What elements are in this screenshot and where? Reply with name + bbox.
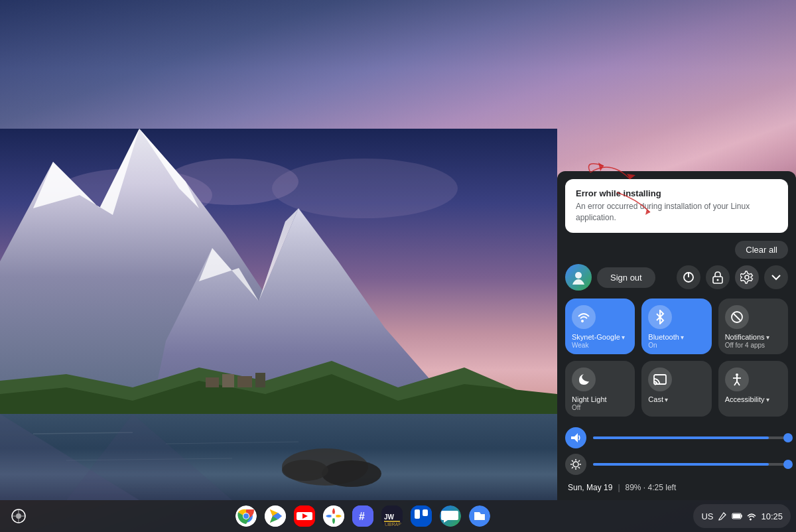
night-light-tile-label: Night Light <box>572 395 607 403</box>
svg-point-54 <box>575 272 582 279</box>
sign-out-button[interactable]: Sign out <box>597 267 655 288</box>
trello-icon <box>411 505 432 527</box>
brightness-slider[interactable] <box>593 463 788 466</box>
taskbar-app-messages[interactable] <box>437 503 464 529</box>
svg-rect-47 <box>415 509 420 519</box>
svg-line-68 <box>737 381 740 385</box>
lock-icon <box>712 271 724 284</box>
taskbar-app-chrome[interactable] <box>233 503 259 529</box>
night-light-tile-sublabel: Off <box>572 404 580 411</box>
taskbar-app-discord[interactable]: # <box>350 503 376 529</box>
wifi-icon <box>576 310 591 324</box>
launcher-icon <box>11 508 27 524</box>
svg-rect-53 <box>733 514 740 518</box>
svg-point-59 <box>745 275 749 279</box>
svg-rect-17 <box>206 377 219 387</box>
cast-tile[interactable]: Cast ▾ <box>641 361 711 417</box>
night-light-tile[interactable]: Night Light Off <box>565 361 635 417</box>
wifi-tray-icon <box>746 511 757 521</box>
bluetooth-tile-label: Bluetooth ▾ <box>648 333 683 341</box>
taskbar-app-trello[interactable] <box>408 503 434 529</box>
svg-point-16 <box>282 460 328 481</box>
cast-tile-label: Cast ▾ <box>648 395 668 403</box>
keyboard-layout: US <box>701 511 713 521</box>
lock-button[interactable] <box>706 265 730 289</box>
svg-text:LIBRARY: LIBRARY <box>385 522 403 527</box>
svg-text:#: # <box>359 511 365 522</box>
launcher-button[interactable] <box>5 503 32 529</box>
svg-line-75 <box>572 460 573 462</box>
svg-marker-69 <box>571 433 578 442</box>
accessibility-icon <box>730 372 744 387</box>
power-icon <box>682 271 695 284</box>
chrome-icon <box>235 505 257 527</box>
notification-card[interactable]: Error while installing An error occurred… <box>565 179 788 233</box>
svg-point-58 <box>717 279 719 281</box>
panel-date: Sun, May 19 <box>568 483 612 492</box>
bluetooth-tile-icon <box>648 305 672 329</box>
notifications-tile-label: Notifications ▾ <box>725 333 769 341</box>
panel-top-row: Sign out <box>557 261 796 296</box>
taskbar-app-play[interactable] <box>262 503 289 529</box>
notifications-off-icon <box>730 310 744 324</box>
svg-rect-18 <box>222 374 234 387</box>
svg-point-15 <box>322 460 381 487</box>
wifi-tile-icon <box>572 305 596 329</box>
night-light-icon <box>576 372 591 387</box>
volume-icon-btn[interactable] <box>565 427 586 448</box>
play-store-icon <box>265 505 286 527</box>
accessibility-tile-icon <box>725 367 749 391</box>
collapse-button[interactable] <box>764 265 788 289</box>
wifi-tile-label: Skynet-Google ▾ <box>572 333 625 341</box>
accessibility-tile-label: Accessibility ▾ <box>725 395 769 403</box>
taskbar-app-photos[interactable] <box>320 503 347 529</box>
svg-line-61 <box>733 313 741 321</box>
svg-point-64 <box>736 373 738 376</box>
discord-icon: # <box>352 505 373 527</box>
photos-icon <box>323 505 344 527</box>
panel-bottom-info: Sun, May 19 | 89% · 4:25 left <box>557 478 796 495</box>
taskbar-app-youtube[interactable] <box>291 503 318 529</box>
wallpaper-scene <box>0 129 557 500</box>
taskbar-app-jw[interactable]: JW LIBRARY <box>379 503 405 529</box>
wifi-tile[interactable]: Skynet-Google ▾ Weak <box>565 299 635 354</box>
volume-slider[interactable] <box>593 436 788 439</box>
svg-line-77 <box>578 460 580 462</box>
clear-all-button[interactable]: Clear all <box>735 241 788 259</box>
svg-point-63 <box>655 383 657 385</box>
user-avatar[interactable] <box>565 264 592 291</box>
svg-line-76 <box>578 467 580 468</box>
notifications-tile[interactable]: Notifications ▾ Off for 4 apps <box>718 299 788 354</box>
chevron-down-icon <box>769 271 783 284</box>
jw-library-icon: JW LIBRARY <box>381 505 403 527</box>
system-tray[interactable]: US 10:25 <box>693 504 791 528</box>
svg-rect-20 <box>255 373 265 387</box>
youtube-icon <box>294 505 315 527</box>
svg-text:JW: JW <box>384 513 395 521</box>
bluetooth-tile-sublabel: On <box>648 342 657 349</box>
svg-rect-48 <box>423 509 428 516</box>
svg-point-24 <box>16 513 21 519</box>
brightness-slider-row <box>557 451 796 478</box>
bluetooth-tile[interactable]: Bluetooth ▾ On <box>641 299 711 354</box>
settings-button[interactable] <box>735 265 759 289</box>
panel-header: Clear all <box>557 238 796 261</box>
svg-point-34 <box>243 513 249 519</box>
svg-rect-52 <box>742 515 743 517</box>
avatar-icon <box>571 270 586 285</box>
quick-settings-grid: Skynet-Google ▾ Weak Bluetooth ▾ On <box>557 296 796 425</box>
svg-point-3 <box>272 159 458 218</box>
brightness-icon <box>570 458 582 470</box>
svg-rect-19 <box>237 376 252 387</box>
cast-icon <box>653 372 667 387</box>
svg-line-78 <box>572 467 573 468</box>
brightness-icon-btn[interactable] <box>565 454 586 475</box>
notification-body: An error occurred during installation of… <box>576 201 777 224</box>
power-button[interactable] <box>677 265 700 289</box>
svg-line-67 <box>734 381 737 385</box>
settings-icon <box>740 271 754 284</box>
taskbar-app-files[interactable] <box>466 503 493 529</box>
svg-point-70 <box>573 462 578 467</box>
files-icon <box>469 505 490 527</box>
accessibility-tile[interactable]: Accessibility ▾ <box>718 361 788 417</box>
